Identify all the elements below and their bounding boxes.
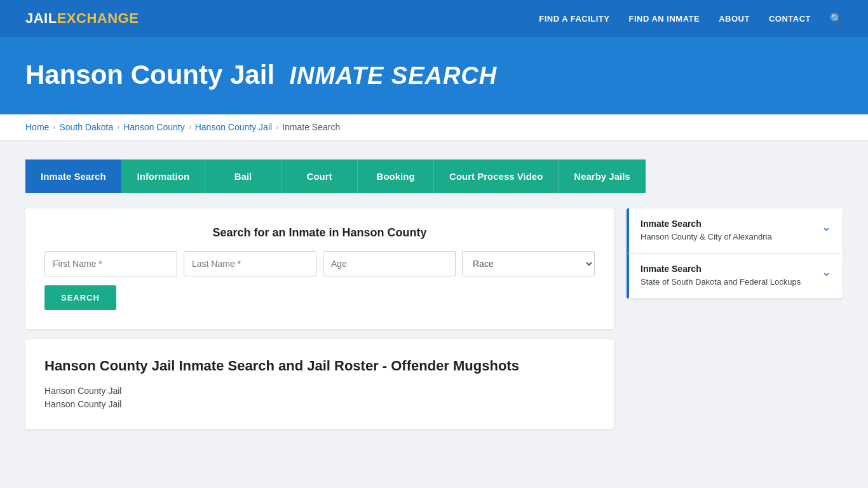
logo-jail: JAIL xyxy=(25,10,57,26)
left-column: Search for an Inmate in Hanson County Ra… xyxy=(25,208,614,429)
search-card: Search for an Inmate in Hanson County Ra… xyxy=(25,208,614,329)
breadcrumb-sep-4: › xyxy=(276,123,278,132)
nav-find-inmate[interactable]: FIND AN INMATE xyxy=(628,14,700,24)
tab-nearby-jails[interactable]: Nearby Jails xyxy=(559,159,645,193)
breadcrumb-sep-2: › xyxy=(117,123,119,132)
tab-information[interactable]: Information xyxy=(122,159,206,193)
tab-booking[interactable]: Booking xyxy=(358,159,434,193)
breadcrumb-south-dakota[interactable]: South Dakota xyxy=(59,122,113,132)
main-nav: FIND A FACILITY FIND AN INMATE ABOUT CON… xyxy=(539,13,843,25)
page-title: Hanson County Jail INMATE SEARCH xyxy=(25,60,843,90)
sidebar-card-2[interactable]: Inmate Search State of South Dakota and … xyxy=(627,254,843,299)
breadcrumb-current: Inmate Search xyxy=(282,122,340,132)
logo[interactable]: JAILEXCHANGE xyxy=(25,10,139,27)
search-icon[interactable]: 🔍 xyxy=(830,13,843,25)
sidebar-card-1-sub: Hanson County & City of Alexandria xyxy=(641,231,815,243)
tab-inmate-search[interactable]: Inmate Search xyxy=(25,159,122,193)
logo-exchange: EXCHANGE xyxy=(57,10,139,26)
search-card-title: Search for an Inmate in Hanson County xyxy=(44,226,595,240)
main-wrapper: Inmate Search Information Bail Court Boo… xyxy=(0,140,868,448)
sidebar-card-2-sub: State of South Dakota and Federal Lockup… xyxy=(641,276,815,288)
breadcrumb-sep-1: › xyxy=(53,123,55,132)
hero-title-main: Hanson County Jail xyxy=(25,60,275,90)
info-card-title: Hanson County Jail Inmate Search and Jai… xyxy=(44,357,595,376)
chevron-down-icon-2: ⌄ xyxy=(822,265,831,279)
sidebar-card-1[interactable]: Inmate Search Hanson County & City of Al… xyxy=(627,208,843,254)
sidebar-card-1-inner: Inmate Search Hanson County & City of Al… xyxy=(641,219,815,243)
sidebar-card-2-label: Inmate Search xyxy=(641,264,815,274)
age-input[interactable] xyxy=(323,251,456,276)
info-card-line-1: Hanson County Jail xyxy=(44,384,595,398)
breadcrumb-home[interactable]: Home xyxy=(25,122,49,132)
hero-title-italic: INMATE SEARCH xyxy=(289,62,497,89)
breadcrumb: Home › South Dakota › Hanson County › Ha… xyxy=(25,122,843,132)
info-card-line-2: Hanson County Jail xyxy=(44,398,595,411)
tab-bail[interactable]: Bail xyxy=(205,159,281,193)
breadcrumb-hanson-jail[interactable]: Hanson County Jail xyxy=(195,122,272,132)
nav-about[interactable]: ABOUT xyxy=(719,14,750,24)
tab-bar: Inmate Search Information Bail Court Boo… xyxy=(25,159,843,193)
breadcrumb-sep-3: › xyxy=(189,123,191,132)
nav-contact[interactable]: CONTACT xyxy=(769,14,811,24)
tab-court[interactable]: Court xyxy=(281,159,358,193)
last-name-input[interactable] xyxy=(184,251,316,276)
info-card: Hanson County Jail Inmate Search and Jai… xyxy=(25,339,614,429)
search-fields: Race White Black Hispanic Asian Native A… xyxy=(44,251,595,276)
nav-find-facility[interactable]: FIND A FACILITY xyxy=(539,14,609,24)
header: JAILEXCHANGE FIND A FACILITY FIND AN INM… xyxy=(0,0,868,37)
right-sidebar: Inmate Search Hanson County & City of Al… xyxy=(627,208,843,299)
breadcrumb-hanson-county[interactable]: Hanson County xyxy=(123,122,185,132)
first-name-input[interactable] xyxy=(44,251,177,276)
breadcrumb-bar: Home › South Dakota › Hanson County › Ha… xyxy=(0,114,868,140)
search-button[interactable]: SEARCH xyxy=(44,285,116,310)
chevron-down-icon-1: ⌄ xyxy=(822,220,831,234)
tab-court-process-video[interactable]: Court Process Video xyxy=(434,159,559,193)
content-row: Search for an Inmate in Hanson County Ra… xyxy=(25,208,843,429)
sidebar-card-1-label: Inmate Search xyxy=(641,219,815,229)
race-select[interactable]: Race White Black Hispanic Asian Native A… xyxy=(462,251,595,276)
hero-banner: Hanson County Jail INMATE SEARCH xyxy=(0,37,868,114)
sidebar-card-2-inner: Inmate Search State of South Dakota and … xyxy=(641,264,815,288)
